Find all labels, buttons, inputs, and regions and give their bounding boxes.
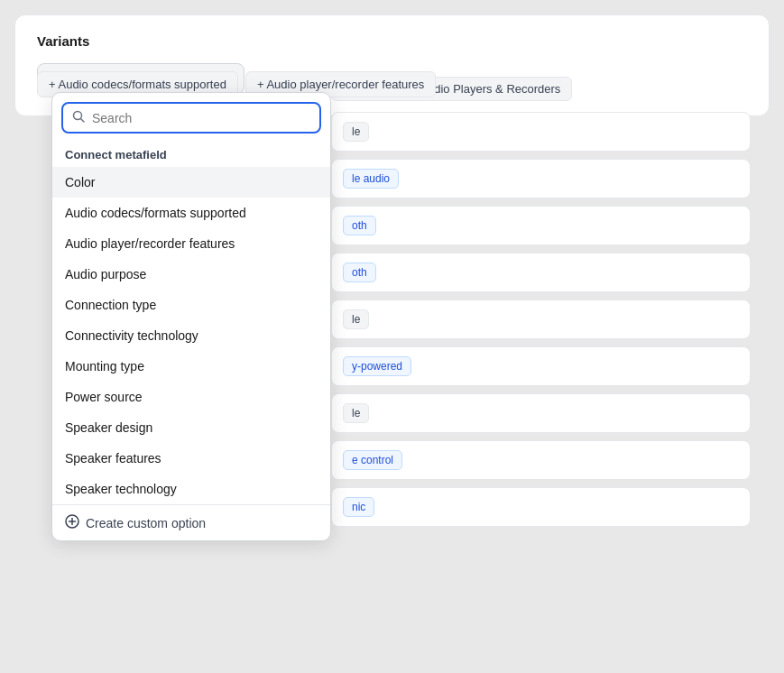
field-rows: le le audio oth oth le y-powered [331,112,751,527]
dropdown-item-connectivity-technology[interactable]: Connectivity technology [52,320,330,351]
dropdown-item-speaker-technology[interactable]: Speaker technology [52,474,330,504]
field-row: oth [331,206,751,245]
svg-line-4 [81,119,85,123]
field-row: le [331,112,751,152]
tag-pill: le [343,403,369,423]
bottom-tag-label: + Audio player/recorder features [257,78,424,91]
field-row: e control [331,440,751,480]
field-row: le [331,393,751,433]
bottom-tag-label: + Audio codecs/formats supported [49,78,226,91]
dropdown-item-color[interactable]: Color [52,167,330,198]
create-custom-label: Create custom option [86,516,206,530]
dropdown-overlay: Connect metafield Color Audio codecs/for… [51,92,331,541]
field-row: y-powered [331,346,751,386]
tag-pill: le [343,309,369,329]
variants-card: Variants Add options like size or color … [14,14,770,116]
dropdown-item-mounting-type[interactable]: Mounting type [52,351,330,382]
dropdown-list: Color Audio codecs/formats supported Aud… [52,167,330,504]
page-container: Variants Add options like size or color … [0,0,784,673]
dropdown-item-power-source[interactable]: Power source [52,382,330,412]
right-content-area: Boomboxes in Audio Players & Recorders l… [331,77,751,527]
tag-pill: y-powered [343,356,411,376]
search-input[interactable] [92,111,310,125]
dropdown-item-audio-codecs[interactable]: Audio codecs/formats supported [52,198,330,228]
tag-pill: oth [343,263,376,282]
field-row: le audio [331,159,751,198]
connect-metafield-label: Connect metafield [52,141,330,167]
dropdown-item-audio-purpose[interactable]: Audio purpose [52,259,330,290]
tag-pill: oth [343,216,376,235]
tag-pill: le [343,122,369,142]
tag-pill: e control [343,450,402,470]
variants-title: Variants [37,33,747,49]
field-row: nic [331,487,751,527]
dropdown-item-connection-type[interactable]: Connection type [52,290,330,320]
field-row: le [331,300,751,339]
search-icon [72,110,85,125]
plus-circle-icon [65,514,79,531]
dropdown-item-speaker-features[interactable]: Speaker features [52,443,330,474]
field-row: oth [331,253,751,292]
dropdown-item-speaker-design[interactable]: Speaker design [52,412,330,443]
dropdown-item-audio-player-features[interactable]: Audio player/recorder features [52,228,330,259]
tag-pill: nic [343,497,374,517]
create-custom-option-row[interactable]: Create custom option [52,504,330,540]
search-input-wrapper [61,102,321,134]
search-container [52,93,330,141]
tag-pill: le audio [343,169,399,189]
